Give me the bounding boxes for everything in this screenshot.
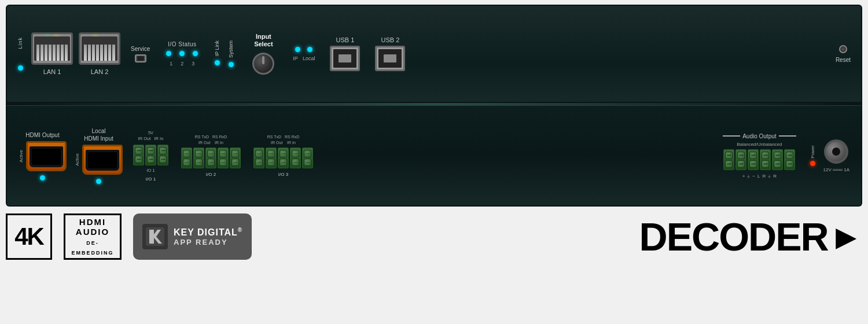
ip-local-dots	[295, 47, 312, 52]
audio-screw-2	[725, 160, 733, 168]
input-select-group: InputSelect	[252, 33, 274, 75]
kd-icon	[142, 224, 168, 249]
hdmi-output-port	[26, 141, 67, 171]
io3-screw-7	[292, 150, 299, 157]
top-panel: Link LAN 1	[6, 5, 862, 103]
link-led	[18, 65, 23, 71]
local-led	[307, 47, 312, 52]
system-item: System	[228, 41, 234, 67]
hdmi-input-port	[82, 145, 123, 175]
usb2-label: USB 2	[381, 36, 399, 43]
power-label: Power	[810, 145, 815, 159]
hdmi-in-active-label: Active	[75, 153, 80, 166]
usb2-inner	[378, 49, 402, 68]
link-section: Link	[17, 37, 23, 71]
usb1-inner	[333, 49, 356, 68]
io1-group: 5VIR Out IR In IO 1 I/O 1	[133, 130, 168, 182]
io2-screw-9	[231, 150, 239, 157]
io-led-2	[179, 51, 185, 56]
ip-label: IP	[293, 56, 298, 61]
usb2-group: USB 2	[375, 36, 405, 71]
hdmi-out-led	[40, 175, 45, 181]
lan1-pins	[34, 45, 70, 61]
ip-link-led	[215, 60, 220, 65]
io2-top-label: RS TxD RS RxDIR Out IR In	[195, 134, 227, 146]
decoder-label: DECODER	[639, 214, 828, 259]
audio-screw-5	[749, 152, 757, 159]
lan1-port	[31, 32, 73, 65]
io2-terminal	[181, 148, 241, 168]
hdmi-out-active-label: Active	[19, 150, 24, 163]
audio-label-row: Audio Output	[723, 133, 796, 139]
audio-screw-4	[737, 160, 745, 168]
io3-screw-1	[255, 150, 263, 157]
input-select-label: InputSelect	[254, 33, 273, 48]
io3-screw-9	[304, 150, 311, 157]
reset-button[interactable]	[839, 45, 847, 53]
lan2-port	[79, 32, 120, 65]
io2-group: RS TxD RS RxDIR Out IR In	[181, 134, 241, 178]
hdmi-input-group: LocalHDMI Input Active	[75, 127, 123, 184]
audio-screw-1	[725, 152, 733, 159]
kd-line2: APP READY	[174, 238, 242, 246]
audio-balanced-label: Balanced/Unbalanced	[737, 142, 782, 147]
io3-screw-10	[304, 159, 311, 166]
audio-screw-8	[762, 160, 769, 168]
reset-group: Reset	[836, 45, 851, 63]
usb1-group: USB 1	[330, 36, 360, 71]
ip-local-labels: IP Local	[293, 56, 315, 61]
io1-terminal	[133, 145, 168, 165]
audio-screw-11	[786, 152, 793, 159]
lan2-inner	[82, 36, 117, 61]
io1-screw-1	[135, 147, 142, 154]
reset-label: Reset	[836, 57, 851, 63]
service-label: Service	[131, 46, 150, 52]
lan1-label: LAN 1	[43, 68, 61, 75]
ip-led	[295, 47, 300, 52]
usb1-label: USB 1	[336, 36, 354, 43]
badge-4k-text: 4K	[14, 223, 43, 251]
io3-terminal	[253, 148, 313, 168]
io-status-dots	[166, 51, 198, 56]
io1-screw-2	[135, 156, 142, 163]
ip-link-label: IP Link	[214, 41, 220, 56]
io2-screw-7	[219, 150, 227, 157]
io1-screw-5	[159, 147, 167, 154]
io3-screw-6	[279, 159, 287, 166]
io3-screw-5	[279, 150, 287, 157]
audio-line-right	[779, 135, 796, 137]
io-num-3: 3	[192, 61, 194, 67]
ip-link-item: IP Link	[214, 41, 220, 67]
usb1-tab	[339, 54, 351, 62]
lan2-label: LAN 2	[91, 68, 109, 75]
service-port	[135, 54, 146, 62]
audio-screw-9	[774, 152, 781, 159]
audio-output-label: Audio Output	[742, 133, 776, 139]
usb2-tab	[384, 54, 396, 62]
local-label: Local	[303, 56, 315, 61]
io3-screw-2	[255, 159, 263, 166]
io2-screw-4	[195, 159, 203, 166]
kd-text: KEY DIGITAL® APP READY	[174, 227, 242, 246]
audio-screw-10	[774, 160, 781, 168]
audio-polarity-labels: +⏚−LR⏚R	[742, 174, 777, 179]
audio-output-group: Audio Output Balanced/Unbalanced	[723, 133, 796, 179]
io1-label: I/O 1	[146, 176, 156, 182]
io3-group: RS TxD RS RxDIR Out IR In	[253, 134, 313, 178]
audio-screw-6	[749, 160, 757, 168]
power-spec: 12V ═══ 1A	[823, 167, 849, 172]
io3-top-label: RS TxD RS RxDIR Out IR In	[267, 134, 300, 146]
input-select-knob[interactable]	[252, 53, 274, 75]
decoder-arrow-icon: ►	[829, 217, 862, 257]
vert-labels-group: IP Link System	[214, 41, 234, 67]
io-status-group: I/O Status 1 2 3	[166, 41, 198, 67]
io2-screw-6	[207, 159, 215, 166]
io1-screw-3	[147, 147, 155, 154]
lan1-inner	[34, 36, 70, 61]
io2-screw-5	[207, 150, 215, 157]
hdmi-input-label: LocalHDMI Input	[84, 127, 113, 142]
power-led	[810, 161, 815, 166]
hdmi-output-label: HDMI Output	[25, 131, 59, 139]
hdmi-in-led	[96, 179, 101, 184]
io2-screw-3	[195, 150, 203, 157]
